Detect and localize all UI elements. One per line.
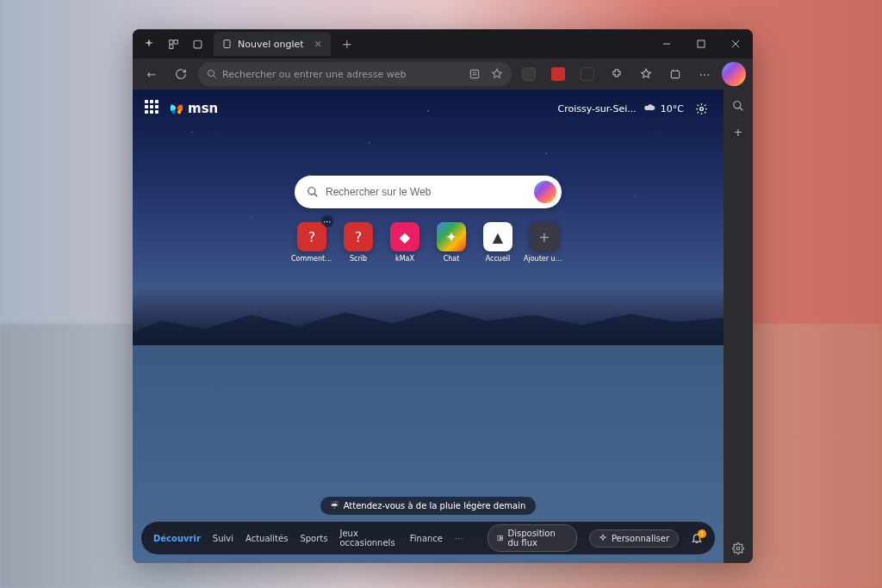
minimize-button[interactable] <box>649 29 684 59</box>
favorites-button[interactable] <box>634 62 658 86</box>
quick-links: ?⋯ Comment C... ? Scrib ◆ kMaX ✦ <box>293 222 563 263</box>
maximize-button[interactable] <box>684 29 718 59</box>
ntp-settings-button[interactable] <box>691 98 711 119</box>
new-tab-button[interactable]: + <box>336 33 358 55</box>
quick-link-tile[interactable]: ▲ Accueil <box>479 222 517 263</box>
tab-actions-icon[interactable] <box>186 33 208 55</box>
svg-rect-2 <box>169 45 172 48</box>
svg-rect-21 <box>498 535 500 541</box>
msn-logo[interactable]: msn <box>169 101 218 116</box>
copilot-chip-icon[interactable] <box>534 181 556 203</box>
footer-more-button[interactable]: ⋯ <box>455 534 463 543</box>
sidebar-settings-button[interactable] <box>729 539 748 558</box>
extension-red-icon[interactable] <box>546 62 570 86</box>
svg-rect-1 <box>174 40 177 43</box>
svg-point-24 <box>734 102 741 108</box>
search-icon <box>307 186 319 198</box>
svg-point-19 <box>308 188 315 195</box>
svg-line-10 <box>214 76 216 78</box>
svg-line-25 <box>740 108 743 111</box>
app-launcher-icon[interactable] <box>145 100 162 117</box>
forecast-text: Attendez-vous à de la pluie légère demai… <box>344 501 526 511</box>
favorite-icon[interactable] <box>491 68 503 80</box>
search-input[interactable] <box>326 186 534 198</box>
tile-more-icon[interactable]: ⋯ <box>321 215 333 227</box>
back-button[interactable]: ← <box>140 62 164 86</box>
workspaces-icon[interactable] <box>162 33 184 55</box>
copilot-tab-icon[interactable] <box>138 33 160 55</box>
search-box[interactable] <box>295 176 562 208</box>
copilot-button[interactable] <box>722 62 746 86</box>
notifications-button[interactable]: 1 <box>691 532 703 544</box>
reader-icon[interactable] <box>469 68 481 80</box>
addressbar-placeholder: Rechercher ou entrer une adresse web <box>222 69 407 80</box>
new-tab-page: msn Croissy-sur-Sei... 10°C <box>133 90 724 563</box>
notification-badge: 1 <box>698 529 706 538</box>
add-quick-link-button[interactable]: + Ajouter un r... <box>525 222 563 263</box>
close-tab-icon[interactable]: ✕ <box>314 39 322 50</box>
edge-sidebar: + <box>724 90 753 563</box>
footer-tab-news[interactable]: Actualités <box>245 534 288 543</box>
footer-tab-finance[interactable]: Finance <box>410 534 443 543</box>
more-button[interactable]: ⋯ <box>693 62 717 86</box>
svg-rect-6 <box>698 40 705 47</box>
svg-rect-3 <box>194 40 202 48</box>
feed-footer-bar: Découvrir Suivi Actualités Sports Jeux o… <box>141 522 715 554</box>
umbrella-icon: ☔ <box>331 501 339 511</box>
quick-link-tile[interactable]: ✦ Chat <box>432 222 470 263</box>
addressbar[interactable]: Rechercher ou entrer une adresse web <box>198 62 512 86</box>
extensions-button[interactable] <box>605 62 629 86</box>
svg-rect-14 <box>671 71 679 78</box>
search-icon <box>207 69 217 79</box>
personalize-button[interactable]: Personnaliser <box>589 529 679 548</box>
weather-widget[interactable]: Croissy-sur-Sei... 10°C <box>558 102 684 115</box>
weather-icon <box>642 102 655 115</box>
tab-title: Nouvel onglet <box>238 39 304 50</box>
toolbar: ← Rechercher ou entrer une adresse web ⋯ <box>133 59 753 90</box>
svg-rect-4 <box>224 40 230 48</box>
quick-link-tile[interactable]: ◆ kMaX <box>386 222 424 263</box>
page-icon <box>222 39 233 49</box>
forecast-banner[interactable]: ☔ Attendez-vous à de la pluie légère dem… <box>320 497 537 515</box>
collections-button[interactable] <box>663 62 687 86</box>
layout-icon <box>497 534 503 542</box>
sidebar-add-button[interactable]: + <box>729 122 748 141</box>
refresh-button[interactable] <box>169 62 193 86</box>
svg-point-26 <box>736 547 740 550</box>
weather-location: Croissy-sur-Sei... <box>558 103 637 115</box>
quick-link-tile[interactable]: ? Scrib <box>339 222 377 263</box>
svg-rect-23 <box>500 538 502 540</box>
browser-tab[interactable]: Nouvel onglet ✕ <box>214 32 331 56</box>
footer-tab-following[interactable]: Suivi <box>213 534 233 543</box>
footer-tab-discover[interactable]: Découvrir <box>153 534 201 543</box>
browser-window: Nouvel onglet ✕ + ← Rechercher ou entrer… <box>133 29 753 563</box>
extension-controller-icon[interactable] <box>517 62 541 86</box>
msn-butterfly-icon <box>169 101 184 116</box>
weather-temp: 10°C <box>661 103 684 115</box>
svg-point-18 <box>699 107 703 110</box>
feed-layout-button[interactable]: Disposition du flux <box>488 524 577 552</box>
footer-tab-games[interactable]: Jeux occasionnels <box>339 529 397 548</box>
svg-line-20 <box>314 194 318 197</box>
svg-rect-22 <box>500 535 502 537</box>
sidebar-search-button[interactable] <box>729 96 748 115</box>
svg-rect-0 <box>169 40 172 43</box>
extension-dark-icon[interactable] <box>575 62 599 86</box>
titlebar: Nouvel onglet ✕ + <box>133 29 753 59</box>
sparkle-icon <box>599 534 607 542</box>
footer-tab-sports[interactable]: Sports <box>300 534 327 543</box>
svg-point-9 <box>208 71 214 77</box>
close-window-button[interactable] <box>718 29 753 59</box>
msn-logo-text: msn <box>188 101 218 116</box>
quick-link-tile[interactable]: ?⋯ Comment C... <box>293 222 331 263</box>
